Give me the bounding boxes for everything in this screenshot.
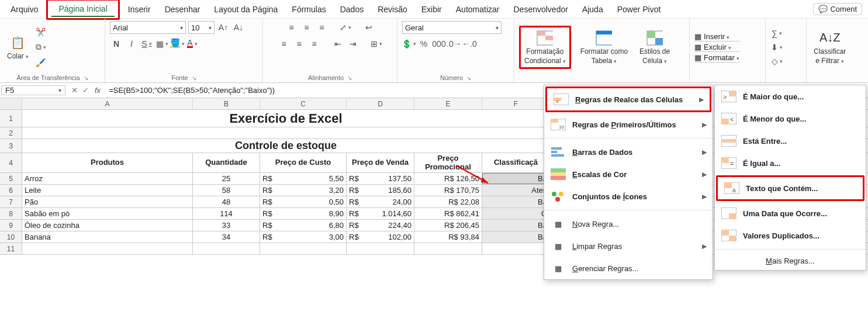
- cell[interactable]: 33: [193, 220, 260, 231]
- wrap-text-icon[interactable]: ↩: [362, 21, 375, 34]
- align-right-icon[interactable]: ≡: [308, 37, 321, 50]
- conditional-formatting-button[interactable]: Formatação Condicional: [522, 29, 568, 66]
- row-header[interactable]: 8: [0, 208, 22, 219]
- format-painter-icon[interactable]: 🖌️: [34, 56, 47, 69]
- cell[interactable]: Arroz: [22, 173, 193, 184]
- cell[interactable]: [260, 243, 347, 254]
- accounting-format-icon[interactable]: 💲: [402, 37, 415, 50]
- cell[interactable]: [193, 243, 260, 254]
- menu-color-scales[interactable]: Escalas de Cor ▶: [544, 163, 713, 185]
- comma-style-icon[interactable]: 000: [433, 37, 445, 50]
- col-header-e[interactable]: E: [414, 98, 482, 109]
- copy-icon[interactable]: ⧉: [34, 41, 47, 54]
- row-header[interactable]: 4: [0, 153, 22, 172]
- align-center-icon[interactable]: ≡: [293, 37, 306, 50]
- menu-data-bars[interactable]: Barras de Dados ▶: [544, 141, 713, 163]
- comments-button[interactable]: 💬 Coment: [813, 3, 862, 15]
- row-header[interactable]: 6: [0, 185, 22, 196]
- row-header[interactable]: 1: [0, 110, 22, 127]
- cell-styles-button[interactable]: Estilos de Célula: [637, 29, 672, 66]
- cell[interactable]: Pão: [22, 196, 193, 207]
- menu-dados[interactable]: Dados: [333, 2, 371, 16]
- menu-icon-sets[interactable]: Conjuntos de Ícones ▶: [544, 185, 713, 207]
- col-header-b[interactable]: B: [193, 98, 260, 109]
- cell[interactable]: R$102,00: [347, 231, 414, 243]
- col-header-f[interactable]: F: [482, 98, 550, 109]
- cell[interactable]: R$1.014,60: [347, 208, 414, 219]
- cell[interactable]: R$ 206,45: [414, 220, 482, 231]
- align-top-icon[interactable]: ≡: [285, 21, 298, 34]
- cell[interactable]: Ba: [482, 220, 550, 231]
- cell[interactable]: R$3,20: [260, 185, 347, 196]
- cell[interactable]: Banana: [22, 231, 193, 243]
- borders-icon[interactable]: ▦: [155, 37, 168, 50]
- cell[interactable]: R$ 126,50: [414, 173, 482, 184]
- row-header[interactable]: 10: [0, 231, 22, 243]
- menu-greater-than[interactable]: > É Maior do que...: [715, 85, 866, 108]
- menu-pagina-inicial[interactable]: Página Inicial: [51, 2, 114, 17]
- menu-exibir[interactable]: Exibir: [414, 2, 449, 16]
- th-preco-custo[interactable]: Preço de Custo: [260, 153, 347, 172]
- cell[interactable]: 34: [193, 231, 260, 243]
- cell[interactable]: [482, 243, 550, 254]
- menu-duplicate-values[interactable]: Valores Duplicados...: [715, 224, 866, 247]
- menu-date-occurring[interactable]: Uma Data que Ocorre...: [715, 202, 866, 224]
- cell[interactable]: [22, 243, 193, 254]
- menu-formulas[interactable]: Fórmulas: [285, 2, 333, 16]
- col-header-d[interactable]: D: [347, 98, 414, 109]
- th-produtos[interactable]: Produtos: [22, 153, 193, 172]
- cell[interactable]: Ba: [482, 231, 550, 243]
- cell-active[interactable]: Ba: [482, 173, 550, 184]
- align-bottom-icon[interactable]: ≡: [316, 21, 328, 34]
- cell[interactable]: 114: [193, 208, 260, 219]
- menu-ajuda[interactable]: Ajuda: [575, 2, 610, 16]
- cell[interactable]: R$5,50: [260, 173, 347, 184]
- bold-button[interactable]: N: [110, 37, 123, 50]
- percent-icon[interactable]: %: [417, 37, 430, 50]
- dialog-launcher-icon[interactable]: ↘: [192, 75, 196, 81]
- orientation-icon[interactable]: ⤢: [339, 21, 352, 34]
- fill-icon[interactable]: ⬇: [770, 41, 783, 54]
- underline-button[interactable]: S: [140, 37, 153, 50]
- paste-button[interactable]: 📋 Colar: [5, 33, 31, 61]
- menu-new-rule[interactable]: ▦ Nova Regra...: [544, 213, 713, 235]
- font-size-combo[interactable]: 10: [188, 21, 215, 34]
- increase-decimal-icon[interactable]: .0→: [448, 37, 461, 50]
- row-header[interactable]: 3: [0, 139, 22, 153]
- row-header[interactable]: 7: [0, 196, 22, 207]
- cell[interactable]: Óleo de cozinha: [22, 220, 193, 231]
- cell[interactable]: R$0,50: [260, 196, 347, 207]
- dialog-launcher-icon[interactable]: ↘: [84, 75, 88, 81]
- cell[interactable]: R$8,90: [260, 208, 347, 219]
- th-quantidade[interactable]: Quantidade: [193, 153, 260, 172]
- cell[interactable]: R$ 170,75: [414, 185, 482, 196]
- menu-top-bottom-rules[interactable]: 10 Regras de Primeiros/Últimos ▶: [544, 113, 713, 136]
- cell[interactable]: R$ 93,84: [414, 231, 482, 243]
- row-header[interactable]: 9: [0, 220, 22, 231]
- cell[interactable]: [414, 243, 482, 254]
- empty-row[interactable]: [22, 127, 550, 139]
- italic-button[interactable]: I: [125, 37, 138, 50]
- menu-less-than[interactable]: < É Menor do que...: [715, 108, 866, 130]
- cancel-formula-icon[interactable]: ✕: [71, 86, 78, 95]
- sort-filter-button[interactable]: A↓Z Classificar e Filtrar: [811, 29, 848, 66]
- cell[interactable]: 58: [193, 185, 260, 196]
- menu-arquivo[interactable]: Arquivo: [4, 2, 45, 16]
- row-header[interactable]: 5: [0, 173, 22, 184]
- menu-revisao[interactable]: Revisão: [371, 2, 414, 16]
- cell[interactable]: Leite: [22, 185, 193, 196]
- menu-text-contains[interactable]: a Texto que Contém...: [716, 175, 864, 201]
- menu-automatizar[interactable]: Automatizar: [449, 2, 507, 16]
- cell[interactable]: 25: [193, 173, 260, 184]
- menu-more-rules[interactable]: Mais Regras...: [715, 252, 866, 270]
- format-cells-button[interactable]: ▦Formatar: [694, 53, 739, 63]
- menu-inserir[interactable]: Inserir: [121, 2, 158, 16]
- fx-icon[interactable]: fx: [95, 86, 105, 95]
- col-header-a[interactable]: A: [22, 98, 193, 109]
- row-header[interactable]: 11: [0, 243, 22, 254]
- col-header-c[interactable]: C: [260, 98, 347, 109]
- menu-clear-rules[interactable]: ▦ Limpar Regras ▶: [544, 235, 713, 257]
- align-left-icon[interactable]: ≡: [278, 37, 291, 50]
- cell[interactable]: Sabão em pó: [22, 208, 193, 219]
- delete-cells-button[interactable]: ▦Excluir: [694, 43, 739, 52]
